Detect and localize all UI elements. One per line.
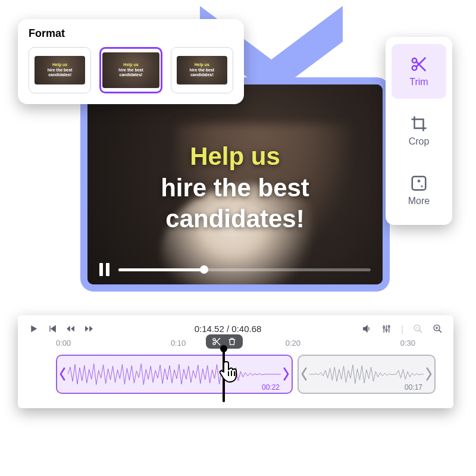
format-panel: Format Help us hire the best candidates!… xyxy=(18,19,244,104)
zoom-out-icon[interactable] xyxy=(413,324,423,334)
format-title: Format xyxy=(29,27,233,40)
svg-point-5 xyxy=(388,326,390,328)
video-caption-line2: hire the best xyxy=(87,173,383,204)
scissors-small-icon[interactable] xyxy=(212,337,221,346)
skip-back-icon[interactable] xyxy=(47,324,57,334)
trim-button[interactable]: Trim xyxy=(392,44,446,99)
video-progress-handle[interactable] xyxy=(200,265,208,274)
crop-button[interactable]: Crop xyxy=(392,104,446,158)
tools-panel: Trim Crop More xyxy=(386,37,452,225)
timeline-panel: 0:14.52 / 0:40.68 | 0:00 0:10 0:20 0:30 xyxy=(18,315,453,408)
crop-label: Crop xyxy=(409,136,430,147)
svg-point-4 xyxy=(386,329,387,331)
current-time: 0:14.52 xyxy=(195,324,224,334)
clip2-duration: 00:17 xyxy=(405,383,422,392)
clip-2[interactable]: 00:17 xyxy=(298,355,436,394)
video-caption: Help us hire the best candidates! xyxy=(87,141,383,235)
format-option-portrait[interactable]: Help us hire the best candidates! xyxy=(171,47,233,93)
format-option-landscape[interactable]: Help us hire the best candidates! xyxy=(99,47,162,93)
tick-3: 0:30 xyxy=(400,339,415,347)
clip2-handle-left[interactable] xyxy=(300,356,309,393)
video-controls xyxy=(87,263,383,276)
equalizer-icon[interactable] xyxy=(381,324,392,334)
svg-point-3 xyxy=(383,327,385,328)
video-caption-line1: Help us xyxy=(87,141,383,173)
video-progress-fill xyxy=(118,268,204,271)
svg-rect-2 xyxy=(412,177,426,190)
tick-1: 0:10 xyxy=(171,339,186,347)
tick-2: 0:20 xyxy=(286,339,300,347)
more-button[interactable]: More xyxy=(392,163,446,218)
format-option-square[interactable]: Help us hire the best candidates! xyxy=(29,47,91,93)
tick-0: 0:00 xyxy=(56,339,71,347)
video-caption-line3: candidates! xyxy=(87,203,383,235)
clip2-handle-right[interactable] xyxy=(424,356,433,393)
clip-handle-left[interactable] xyxy=(58,356,68,393)
sparkle-icon xyxy=(410,174,428,192)
play-icon[interactable] xyxy=(29,324,39,334)
video-progress-track[interactable] xyxy=(118,268,371,271)
total-time: 0:40.68 xyxy=(231,324,261,334)
pointer-cursor-icon xyxy=(219,359,240,383)
timeline-tracks[interactable]: 00:22 00:17 xyxy=(56,351,443,399)
rewind-icon[interactable] xyxy=(65,324,76,334)
clip-1[interactable]: 00:22 xyxy=(56,355,293,394)
waveform-1 xyxy=(68,359,281,389)
pause-icon[interactable] xyxy=(99,263,110,276)
crop-icon xyxy=(410,115,428,133)
scissors-icon xyxy=(410,55,428,73)
zoom-in-icon[interactable] xyxy=(433,324,443,334)
fast-forward-icon[interactable] xyxy=(84,324,94,334)
clip1-duration: 00:22 xyxy=(262,383,280,392)
timeline-time: 0:14.52 / 0:40.68 xyxy=(195,324,262,334)
more-label: More xyxy=(408,196,430,206)
volume-icon[interactable] xyxy=(362,324,372,334)
clip-handle-right[interactable] xyxy=(281,356,290,393)
trim-label: Trim xyxy=(409,77,428,87)
trash-icon[interactable] xyxy=(227,337,237,346)
video-player: Help us hire the best candidates! xyxy=(80,77,390,292)
